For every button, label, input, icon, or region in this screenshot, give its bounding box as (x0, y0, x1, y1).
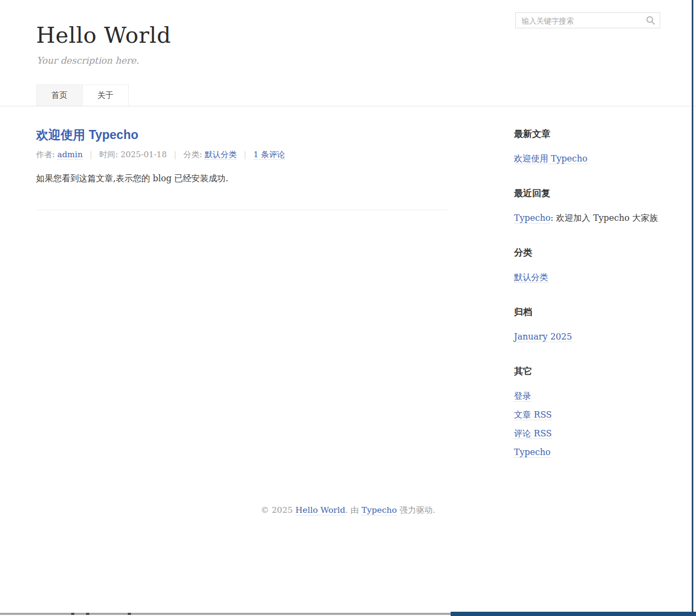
widget-title: 分类 (514, 247, 660, 259)
list-item: 欢迎使用 Typecho (514, 153, 660, 164)
nav-tab-home[interactable]: 首页 (36, 84, 83, 106)
author-label: 作者: (36, 150, 58, 159)
footer-suffix-text: 强力驱动. (397, 505, 435, 515)
site-header: Hello World Your description here. (36, 0, 660, 66)
archive-link[interactable]: January 2025 (514, 332, 573, 342)
post-date: 2025-01-18 (120, 150, 166, 159)
list-item: Typecho (514, 446, 660, 458)
search-input[interactable] (521, 13, 646, 28)
page-container: Hello World Your description here. 首页关于 … (36, 0, 660, 516)
nav-tab-about[interactable]: 关于 (82, 84, 129, 106)
widget-archives: 归档 January 2025 (514, 306, 660, 342)
list-item: 默认分类 (514, 272, 660, 283)
widget-misc: 其它 登录 文章 RSS 评论 RSS Typecho (514, 365, 660, 458)
post-title-link[interactable]: 欢迎使用 Typecho (36, 128, 138, 142)
widget-title: 归档 (514, 306, 660, 318)
footer-site-link[interactable]: Hello World (296, 505, 345, 515)
footer: © 2025 Hello World. 由 Typecho 强力驱动. (36, 505, 660, 516)
author-link[interactable]: admin (57, 150, 82, 160)
list-item: 评论 RSS (514, 428, 660, 439)
widget-recent-posts: 最新文章 欢迎使用 Typecho (514, 128, 660, 164)
search-box (515, 12, 660, 28)
comment-separator: : (551, 213, 556, 223)
recent-post-link[interactable]: 欢迎使用 Typecho (514, 153, 587, 164)
meta-separator: | (244, 150, 246, 159)
list-item: 登录 (514, 390, 660, 402)
widget-title: 其它 (514, 365, 660, 378)
date-label: 时间: (99, 150, 121, 159)
comment-rss-link[interactable]: 评论 RSS (514, 428, 552, 439)
taskbar-icon-fragment (128, 613, 131, 615)
footer-middle-text: . 由 (345, 505, 361, 515)
post-rss-link[interactable]: 文章 RSS (514, 410, 552, 420)
magnifier-icon[interactable] (646, 16, 655, 25)
widget-title: 最近回复 (514, 187, 660, 199)
list-item: 文章 RSS (514, 409, 660, 420)
widget-recent-comments: 最近回复 Typecho: 欢迎加入 Typecho 大家族 (514, 187, 660, 224)
post-body: 如果您看到这篇文章,表示您的 blog 已经安装成功. (36, 172, 447, 185)
content-column: 欢迎使用 Typecho 作者: admin|时间: 2025-01-18|分类… (36, 128, 447, 481)
comment-excerpt: 欢迎加入 Typecho 大家族 (556, 213, 658, 223)
taskbar-icon-fragment (86, 613, 89, 615)
comments-link[interactable]: 1 条评论 (253, 150, 285, 160)
adjacent-window-edge (692, 0, 693, 616)
copyright-text: © 2025 (261, 505, 296, 515)
widget-categories: 分类 默认分类 (514, 247, 660, 283)
list-item: January 2025 (514, 331, 660, 342)
list-item: Typecho: 欢迎加入 Typecho 大家族 (514, 212, 660, 224)
adjacent-window-bottom-edge (451, 612, 696, 616)
login-link[interactable]: 登录 (514, 391, 531, 402)
taskbar-icon-fragment (71, 613, 74, 615)
typecho-link[interactable]: Typecho (514, 447, 551, 458)
category-link[interactable]: 默认分类 (514, 272, 548, 283)
sidebar: 最新文章 欢迎使用 Typecho 最近回复 Typecho: 欢迎加入 Typ… (514, 128, 660, 481)
site-description: Your description here. (37, 55, 660, 66)
footer-typecho-link[interactable]: Typecho (361, 505, 397, 515)
meta-separator: | (174, 150, 176, 159)
post-title: 欢迎使用 Typecho (36, 128, 447, 142)
category-label: 分类: (183, 150, 205, 159)
widget-title: 最新文章 (514, 128, 660, 140)
nav-bar: 首页关于 (0, 84, 696, 106)
category-link[interactable]: 默认分类 (205, 150, 237, 160)
meta-separator: | (90, 150, 92, 159)
comment-author-link[interactable]: Typecho (514, 213, 551, 224)
post: 欢迎使用 Typecho 作者: admin|时间: 2025-01-18|分类… (36, 128, 447, 210)
main-area: 欢迎使用 Typecho 作者: admin|时间: 2025-01-18|分类… (36, 106, 660, 481)
taskbar-edge (0, 613, 451, 615)
post-meta: 作者: admin|时间: 2025-01-18|分类: 默认分类|1 条评论 (36, 150, 447, 160)
